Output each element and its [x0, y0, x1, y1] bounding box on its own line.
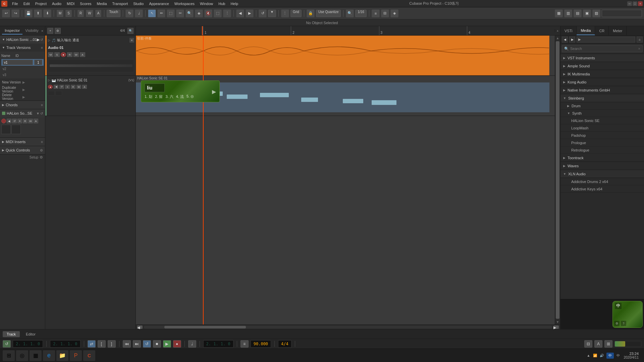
eq-insert[interactable]: A — [594, 340, 602, 348]
vsti-nav-fwd[interactable]: ▶ — [569, 37, 575, 43]
range-tool[interactable]: ⬚ — [214, 9, 222, 17]
audio-clip[interactable] — [136, 36, 549, 75]
version-row-1[interactable] — [1, 59, 44, 66]
vsti-cat-ik-multimedia[interactable]: ▶ IK Multimedia — [560, 70, 644, 78]
search-quantize[interactable]: 🔍 — [346, 9, 354, 17]
scroll-thumb[interactable] — [556, 41, 559, 319]
a-btn-small[interactable]: A — [34, 119, 38, 123]
popup-step-4[interactable]: 4. 流 — [176, 94, 184, 99]
audio-w-btn[interactable]: W — [73, 52, 79, 57]
read-btn[interactable]: R — [77, 9, 84, 17]
halion-header[interactable]: HALion So...SE ▼ ↺ — [0, 109, 45, 117]
solo-btn[interactable]: S — [65, 9, 72, 17]
close-button[interactable]: × — [638, 1, 643, 6]
layout-btn-1[interactable]: ▦ — [555, 9, 563, 17]
scroll-up-btn[interactable]: ▲ — [555, 36, 560, 41]
export-button[interactable]: ⬆ — [34, 9, 42, 17]
menu-edit[interactable]: Edit — [21, 1, 33, 6]
vsti-cat-ample-sound[interactable]: ▶ Ample Sound — [560, 62, 644, 70]
tempo-display[interactable]: 90.000 — [251, 340, 271, 348]
minimize-button[interactable]: ─ — [627, 1, 632, 6]
audio-track-menu[interactable]: ≡ — [129, 38, 134, 43]
audio-record-btn[interactable]: ● — [61, 52, 66, 57]
punch-out-btn[interactable]: ] — [108, 340, 116, 348]
visibility-tab[interactable]: Visibility — [22, 27, 41, 35]
vsti-tab-vsti[interactable]: VSTi — [560, 26, 577, 35]
arrangement-vscrollbar[interactable]: ▲ ▼ — [555, 36, 560, 324]
new-version-action[interactable]: New Version ▶ — [0, 78, 45, 86]
layout-btn-4[interactable]: ▣ — [583, 9, 591, 17]
search-clear-icon[interactable]: × — [638, 47, 640, 51]
vsti-preset-dropdown[interactable]: ▶ — [577, 37, 635, 43]
taskbar-powerpoint-btn[interactable]: P — [70, 350, 82, 361]
version-id-input[interactable] — [34, 60, 42, 65]
vsti-item-addictive-keys[interactable]: Addictive Keys x64 — [560, 185, 644, 193]
layout-btn-2[interactable]: ▥ — [564, 9, 572, 17]
popup-step-1[interactable]: 1. 划 — [145, 94, 152, 99]
start-button[interactable]: ⊞ — [3, 350, 15, 361]
glue-tool[interactable]: ◈ — [195, 9, 203, 17]
audio-a-btn[interactable]: A — [80, 52, 85, 57]
menu-help[interactable]: Help — [228, 1, 241, 6]
inspector-close-icon[interactable]: × — [41, 29, 43, 33]
split-tool[interactable]: ⋮ — [223, 9, 231, 17]
maximize-button[interactable]: □ — [633, 1, 637, 6]
grid-dropdown[interactable]: Grid — [290, 10, 302, 17]
mixer-toggle[interactable]: ≡ — [240, 340, 249, 348]
taskbar-explorer-btn[interactable]: 📁 — [56, 350, 68, 361]
chords-header[interactable]: ▶ Chords ≡ — [0, 101, 45, 109]
grid-value-dropdown[interactable]: 1/16 — [355, 10, 366, 17]
punch-in-btn[interactable]: [ — [98, 340, 106, 348]
monitor[interactable]: ⊞ — [604, 340, 612, 348]
vsti-item-addictive-drums[interactable]: Addictive Drums 2 x64 — [560, 178, 644, 185]
menu-file[interactable]: File — [9, 1, 21, 6]
audio-mute-btn[interactable]: M — [48, 52, 53, 57]
vsti-item-synth[interactable]: ▼ Synth — [560, 110, 644, 117]
search-input[interactable] — [570, 47, 638, 51]
duplicate-version-action[interactable]: Duplicate Version ▶ — [0, 86, 45, 93]
vsti-cat-waves[interactable]: ▶ Waves — [560, 162, 644, 170]
versions-icon[interactable]: ≡ — [41, 46, 43, 50]
setup-icon[interactable]: ⚙ — [40, 155, 43, 160]
vsti-item-drum[interactable]: ▶ Drum — [560, 102, 644, 110]
layout-btn-3[interactable]: ▤ — [574, 9, 582, 17]
inspector-tab[interactable]: Inspector — [2, 27, 22, 35]
vsti-cat-kong-audio[interactable]: ▶ Kong Audio — [560, 78, 644, 86]
menu-window[interactable]: Window — [197, 1, 216, 6]
menu-scores[interactable]: Scores — [77, 1, 94, 6]
inst-eq-btn[interactable]: ≡ — [65, 85, 70, 89]
quick-controls-icon[interactable]: ⚙ — [40, 148, 43, 152]
hscroll-right[interactable]: ▶ — [553, 325, 559, 329]
halion-dropdown[interactable]: ▼ — [36, 112, 40, 115]
inst-loop-btn[interactable]: ↺ — [59, 85, 64, 89]
editor-tab[interactable]: Editor — [22, 331, 40, 337]
vsti-item-halion-sonic-se[interactable]: HALion Sonic SE — [560, 117, 644, 124]
time-sig-display[interactable]: 4/4 — [278, 340, 291, 348]
play-btn[interactable]: ▶ — [163, 340, 171, 348]
menu-media[interactable]: Media — [94, 1, 110, 6]
menu-audio[interactable]: Audio — [49, 1, 64, 6]
track-section-icon[interactable]: ↺ — [40, 38, 43, 42]
vsti-nav-back[interactable]: ◀ — [562, 37, 568, 43]
snap-button[interactable]: ⋮ — [281, 9, 289, 17]
mute-tool[interactable]: 🔇 — [204, 9, 212, 17]
loop-playback-btn[interactable]: ↺ — [143, 340, 151, 348]
audio-r-btn[interactable]: R — [67, 52, 72, 57]
vsti-tab-media[interactable]: Media — [577, 26, 595, 35]
forward-btn[interactable]: ⏭ — [133, 340, 141, 348]
track-search-button[interactable]: 🔍 — [127, 28, 133, 34]
eq-btn-small[interactable]: ≡ — [17, 119, 22, 123]
popup-step-3[interactable]: 3. 六 — [165, 94, 173, 99]
track-versions-header[interactable]: ▼ Track Versions ≡ — [0, 44, 45, 52]
zoom-tool[interactable]: 🔍 — [185, 9, 194, 17]
lang-indicator[interactable]: 中 — [606, 353, 614, 359]
menu-appearance[interactable]: Appearance — [146, 1, 171, 6]
scroll-down-btn[interactable]: ▼ — [555, 319, 560, 324]
arrangement-hscrollbar[interactable]: ◀ ▶ — [136, 324, 560, 329]
taskbar-cubase-btn[interactable]: C — [83, 350, 95, 361]
vsti-cat-vst-instruments[interactable]: ▶ VST Instruments — [560, 54, 644, 62]
redo-button[interactable]: ↪ — [11, 9, 19, 17]
erase-tool[interactable]: ⬚ — [167, 9, 175, 17]
vsti-cat-toontrack[interactable]: ▶ Toontrack — [560, 154, 644, 162]
menu-hub[interactable]: Hub — [216, 1, 228, 6]
